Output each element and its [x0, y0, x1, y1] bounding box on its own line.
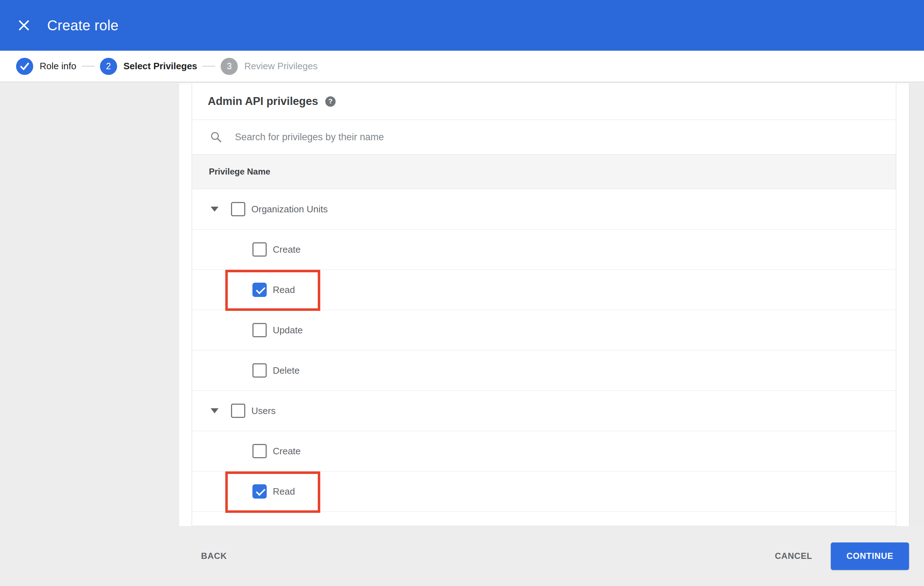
- step-review-privileges[interactable]: 3 Review Privileges: [221, 58, 317, 75]
- checkbox-users-create[interactable]: [252, 444, 267, 458]
- step-connector: [82, 66, 95, 67]
- privilege-label: Organization Units: [251, 204, 328, 215]
- checkbox-update[interactable]: [252, 323, 267, 337]
- search-row: [192, 120, 896, 155]
- step-label: Role info: [40, 61, 76, 72]
- dialog-title: Create role: [47, 18, 119, 33]
- privilege-row-create: Create: [192, 229, 896, 270]
- clipped-row: [192, 512, 896, 526]
- privilege-label: Update: [273, 325, 303, 336]
- step-label: Select Privileges: [124, 61, 198, 72]
- left-gutter-panel: [0, 83, 179, 526]
- card-heading: Admin API privileges: [208, 95, 318, 108]
- privileges-card: Admin API privileges ? Privilege Name Or…: [192, 83, 896, 526]
- privilege-row-update: Update: [192, 310, 896, 351]
- step-label: Review Privileges: [244, 61, 317, 72]
- checkbox-organization-units[interactable]: [231, 202, 245, 216]
- help-icon[interactable]: ?: [325, 96, 336, 107]
- collapse-arrow-icon[interactable]: [211, 207, 218, 212]
- step-complete-check-icon: [16, 58, 33, 75]
- continue-button[interactable]: CONTINUE: [831, 542, 909, 570]
- step-number-badge: 3: [221, 58, 238, 75]
- checkbox-delete[interactable]: [252, 363, 267, 378]
- cancel-button[interactable]: CANCEL: [775, 551, 812, 561]
- card-heading-row: Admin API privileges ?: [192, 83, 896, 120]
- privilege-row-users-create: Create: [192, 431, 896, 471]
- step-number-badge: 2: [100, 58, 117, 75]
- checkbox-read-checked[interactable]: [252, 283, 267, 297]
- step-role-info[interactable]: Role info: [16, 58, 76, 75]
- privilege-row-delete: Delete: [192, 351, 896, 391]
- step-connector: [203, 66, 215, 67]
- search-input[interactable]: [234, 131, 896, 143]
- checkbox-users-read-checked[interactable]: [252, 484, 267, 499]
- privilege-label: Create: [273, 446, 300, 457]
- checkbox-users[interactable]: [231, 403, 245, 418]
- privilege-row-users-read: Read: [192, 471, 896, 512]
- privilege-label: Users: [251, 405, 276, 416]
- privilege-row-users: Users: [192, 391, 896, 431]
- privilege-label: Delete: [273, 365, 300, 376]
- privilege-row-read: Read: [192, 270, 896, 310]
- back-button[interactable]: BACK: [201, 551, 227, 561]
- step-select-privileges[interactable]: 2 Select Privileges: [100, 58, 198, 75]
- checkbox-create[interactable]: [252, 242, 267, 257]
- right-gutter-panel: [909, 83, 924, 526]
- search-icon: [210, 131, 222, 143]
- close-icon[interactable]: [16, 18, 32, 33]
- privilege-label: Read: [273, 285, 295, 296]
- privilege-label: Read: [273, 486, 295, 497]
- privilege-row-organization-units: Organization Units: [192, 189, 896, 229]
- app-bar: Create role: [0, 0, 924, 51]
- footer-bar: BACK CANCEL CONTINUE: [0, 526, 924, 586]
- table-header-row: Privilege Name: [192, 155, 896, 189]
- table-header-label: Privilege Name: [209, 167, 270, 177]
- stepper: Role info 2 Select Privileges 3 Review P…: [0, 51, 924, 82]
- collapse-arrow-icon[interactable]: [211, 408, 218, 413]
- privilege-label: Create: [273, 244, 300, 255]
